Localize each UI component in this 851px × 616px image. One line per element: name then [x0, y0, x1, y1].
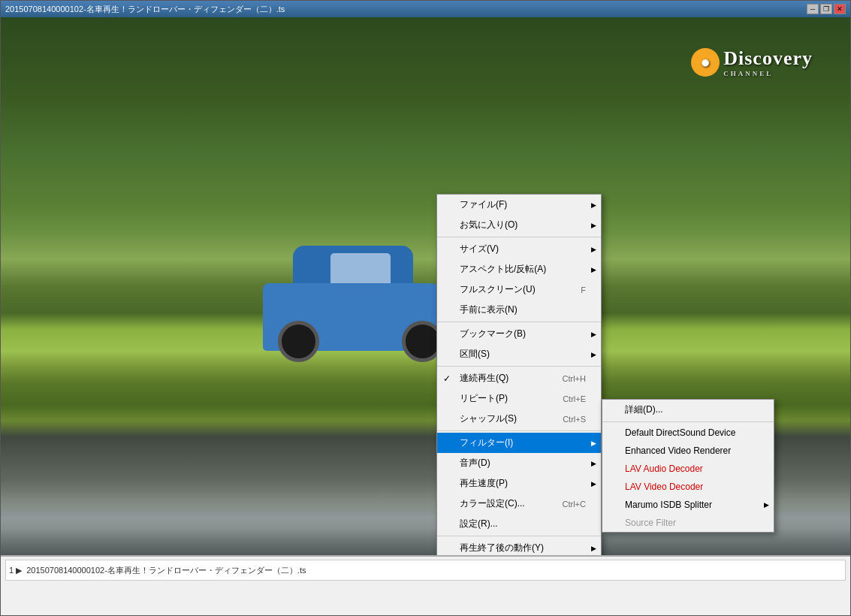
- menu-section[interactable]: 区間(S): [437, 344, 601, 364]
- filter-lav-video[interactable]: LAV Video Decoder: [602, 478, 774, 496]
- menu-sep-2: [437, 322, 601, 322]
- filter-details[interactable]: 詳細(D)...: [602, 400, 774, 420]
- title-bar: 20150708140000102-名車再生！ランドローバー・ディフェンダー（二…: [1, 1, 850, 17]
- car-wheel-left: [278, 321, 319, 362]
- menu-afterplay[interactable]: 再生終了後の動作(Y): [437, 538, 601, 555]
- menu-audio[interactable]: 音声(D): [437, 453, 601, 473]
- discovery-text: Discovery CHANNEL: [723, 47, 813, 77]
- context-menu-main: ファイル(F) お気に入り(O) サイズ(V) アスペクト比/反転(A) フルス…: [436, 194, 602, 555]
- menu-size[interactable]: サイズ(V): [437, 239, 601, 259]
- window-title: 20150708140000102-名車再生！ランドローバー・ディフェンダー（二…: [5, 4, 285, 15]
- menu-shuffle[interactable]: シャッフル(S) Ctrl+S: [437, 409, 601, 429]
- shuffle-shortcut: Ctrl+S: [563, 415, 586, 424]
- repeat-shortcut: Ctrl+E: [563, 394, 586, 403]
- app-window: 20150708140000102-名車再生！ランドローバー・ディフェンダー（二…: [0, 0, 851, 616]
- menu-color[interactable]: カラー設定(C)... Ctrl+C: [437, 494, 601, 514]
- menu-sep-4: [437, 430, 601, 431]
- filter-source: Source Filter: [602, 514, 774, 532]
- source-filter-label: Source Filter: [625, 518, 676, 528]
- discovery-logo: ● Discovery CHANNEL: [691, 47, 813, 77]
- menu-sep-3: [437, 366, 601, 367]
- video-area: ● Discovery CHANNEL ファイル(F): [1, 17, 850, 555]
- restore-button[interactable]: ❐: [820, 4, 832, 14]
- discovery-name: Discovery: [723, 47, 813, 70]
- menu-aspect[interactable]: アスペクト比/反転(A): [437, 259, 601, 279]
- color-shortcut: Ctrl+C: [563, 500, 586, 509]
- playlist-area: 1 ▶ 20150708140000102-名車再生！ランドローバー・ディフェン…: [1, 555, 850, 615]
- menu-filter[interactable]: フィルター(I): [437, 433, 601, 453]
- car-body: [263, 283, 458, 351]
- filter-marumo[interactable]: Marumo ISDB Splitter: [602, 496, 774, 514]
- continuous-shortcut: Ctrl+H: [563, 374, 586, 383]
- fullscreen-shortcut: F: [581, 285, 586, 294]
- close-button[interactable]: ✕: [834, 4, 846, 14]
- menu-playspeed[interactable]: 再生速度(P): [437, 473, 601, 494]
- window-controls: ─ ❐ ✕: [807, 4, 846, 14]
- menu-alwaysontop[interactable]: 手前に表示(N): [437, 300, 601, 320]
- playlist-item-title: 20150708140000102-名車再生！ランドローバー・ディフェンダー（二…: [26, 565, 306, 576]
- discovery-channel: CHANNEL: [723, 70, 813, 77]
- menu-fullscreen[interactable]: フルスクリーン(U) F: [437, 279, 601, 300]
- minimize-button[interactable]: ─: [807, 4, 819, 14]
- menu-sep-1: [437, 237, 601, 237]
- menu-file[interactable]: ファイル(F): [437, 195, 601, 215]
- menu-continuous[interactable]: ✓ 連続再生(Q) Ctrl+H: [437, 368, 601, 388]
- playlist-item[interactable]: 1 ▶ 20150708140000102-名車再生！ランドローバー・ディフェン…: [5, 560, 846, 581]
- filter-directsound[interactable]: Default DirectSound Device: [602, 424, 774, 442]
- menu-favorites[interactable]: お気に入り(O): [437, 215, 601, 235]
- car-visual: [255, 231, 466, 351]
- discovery-d-icon: ●: [691, 48, 720, 77]
- video-background: ● Discovery CHANNEL ファイル(F): [1, 17, 850, 555]
- check-icon: ✓: [443, 373, 451, 384]
- filter-evr[interactable]: Enhanced Video Renderer: [602, 442, 774, 460]
- playlist-item-number: 1 ▶: [9, 566, 22, 575]
- menu-settings[interactable]: 設定(R)...: [437, 514, 601, 534]
- filter-sep-1: [602, 421, 774, 422]
- menu-repeat[interactable]: リピート(P) Ctrl+E: [437, 388, 601, 409]
- filter-lav-audio[interactable]: LAV Audio Decoder: [602, 460, 774, 478]
- menu-bookmark[interactable]: ブックマーク(B): [437, 324, 601, 344]
- context-menu-filter: 詳細(D)... Default DirectSound Device Enha…: [602, 399, 774, 533]
- menu-sep-5: [437, 536, 601, 536]
